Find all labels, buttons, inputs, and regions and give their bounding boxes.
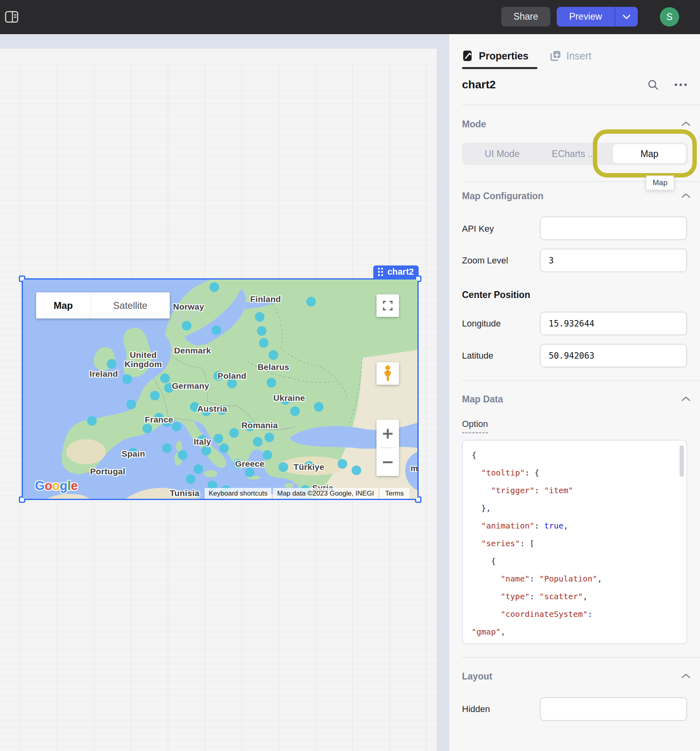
more-icon <box>675 84 677 86</box>
country-label: Ukraine <box>273 393 305 402</box>
tab-insert-label: Insert <box>566 50 592 62</box>
map-widget-chart2[interactable]: chart2 <box>22 278 419 500</box>
scatter-point <box>352 465 361 475</box>
mode-option-ui-mode[interactable]: UI Mode <box>462 143 542 165</box>
latitude-input[interactable]: 50.942063 <box>540 344 687 367</box>
scatter-point <box>178 450 187 460</box>
chevron-up-icon <box>681 396 691 402</box>
code-line: { <box>472 446 686 464</box>
canvas-scrollbar-gutter[interactable] <box>437 49 449 751</box>
country-label: Denmark <box>174 346 211 355</box>
scatter-point <box>245 467 254 477</box>
google-logo[interactable]: Google <box>35 479 78 493</box>
divider <box>462 380 700 381</box>
option-label: Option <box>462 419 488 433</box>
scatter-point <box>162 443 172 453</box>
divider <box>462 104 700 105</box>
preview-button-group: Preview <box>557 7 638 27</box>
code-scrollbar[interactable] <box>680 445 684 477</box>
tab-properties-label: Properties <box>479 50 529 62</box>
country-label: Austria <box>197 404 227 414</box>
zoom-in-button[interactable] <box>376 420 399 447</box>
scatter-point <box>290 406 300 416</box>
scatter-point <box>122 374 132 384</box>
pegman-button[interactable] <box>376 362 399 385</box>
country-label: Greece <box>235 459 265 468</box>
panel-toggle-icon[interactable] <box>4 9 20 25</box>
scatter-point <box>172 422 181 431</box>
layout-collapse-button[interactable] <box>681 673 691 679</box>
map-type-satellite-button[interactable]: Satellite <box>90 292 170 318</box>
tab-properties[interactable]: Properties <box>462 45 529 66</box>
scatter-point <box>253 437 262 447</box>
code-line: "series": [ <box>472 535 686 552</box>
tab-insert[interactable]: Insert <box>549 45 592 66</box>
map-type-map-button[interactable]: Map <box>36 292 90 318</box>
app-root: Share Preview S chart2 <box>0 0 700 751</box>
code-line: }, <box>472 499 686 517</box>
mode-section-header: Mode <box>462 119 486 130</box>
hidden-label: Hidden <box>462 704 490 714</box>
country-label: Belarus <box>258 363 289 372</box>
avatar[interactable]: S <box>660 7 679 27</box>
fullscreen-icon <box>382 300 394 312</box>
scatter-point <box>150 391 160 400</box>
mode-option-echarts[interactable]: ECharts .. <box>542 143 602 165</box>
scatter-point <box>259 338 269 348</box>
widget-tag-label: chart2 <box>387 267 414 277</box>
map-data-collapse-button[interactable] <box>681 396 691 402</box>
google-map-canvas[interactable]: FinlandNorwayDenmarkUnited KingdomIrelan… <box>23 280 417 499</box>
zoom-out-button[interactable] <box>376 448 399 476</box>
search-icon <box>647 79 659 91</box>
code-line: "gmap", <box>472 623 686 641</box>
code-line: "animation": true, <box>472 517 686 535</box>
widget-tag[interactable]: chart2 <box>373 265 419 278</box>
terms-link[interactable]: Terms <box>380 488 409 499</box>
chevron-up-icon <box>681 192 691 199</box>
mode-collapse-button[interactable] <box>681 120 691 127</box>
widget-name-title: chart2 <box>462 78 496 91</box>
layout-header: Layout <box>462 671 492 682</box>
code-editor[interactable]: { "tooltip": { "trigger": "item" }, "ani… <box>462 440 687 644</box>
search-button[interactable] <box>644 76 662 94</box>
map-configuration-collapse-button[interactable] <box>681 192 691 199</box>
scatter-point <box>142 424 152 433</box>
hidden-input[interactable] <box>540 697 687 721</box>
divider <box>462 657 700 658</box>
country-label: Spain <box>122 449 145 459</box>
active-tab-underline <box>462 67 537 69</box>
country-label: Romania <box>241 421 278 430</box>
fullscreen-button[interactable] <box>376 294 399 317</box>
country-label: Norway <box>173 302 204 312</box>
canvas-top-strip <box>0 34 449 49</box>
keyboard-shortcuts-link[interactable]: Keyboard shortcuts <box>205 488 271 499</box>
scatter-point <box>160 373 170 383</box>
api-key-input[interactable] <box>540 216 687 240</box>
scatter-point <box>255 312 265 322</box>
map-data-attribution: Map data ©2023 Google, INEGI <box>273 488 378 499</box>
country-label: France <box>145 415 173 424</box>
scatter-point <box>87 416 97 426</box>
zoom-out-icon <box>382 456 394 468</box>
preview-dropdown-button[interactable] <box>615 7 638 27</box>
scatter-point <box>219 443 229 453</box>
scatter-point <box>338 459 347 469</box>
country-label: Germany <box>172 381 209 390</box>
scatter-point <box>107 359 116 369</box>
zoom-level-input[interactable]: 3 <box>540 249 687 272</box>
scatter-point <box>201 446 211 455</box>
mode-option-map-selected[interactable]: Map <box>613 144 686 163</box>
scatter-point <box>212 325 221 335</box>
center-position-header: Center Position <box>462 290 530 300</box>
share-button[interactable]: Share <box>501 7 550 27</box>
scatter-point <box>269 350 278 360</box>
scatter-point <box>186 474 195 484</box>
scatter-point <box>306 297 316 306</box>
preview-button[interactable]: Preview <box>557 7 615 27</box>
mode-segmented-control: UI Mode ECharts .. Map <box>462 143 688 165</box>
more-options-button[interactable] <box>670 76 692 94</box>
longitude-input[interactable]: 15.932644 <box>540 312 687 335</box>
country-label: Ireland <box>90 369 118 378</box>
map-data-header: Map Data <box>462 394 503 405</box>
zoom-control <box>376 420 399 476</box>
